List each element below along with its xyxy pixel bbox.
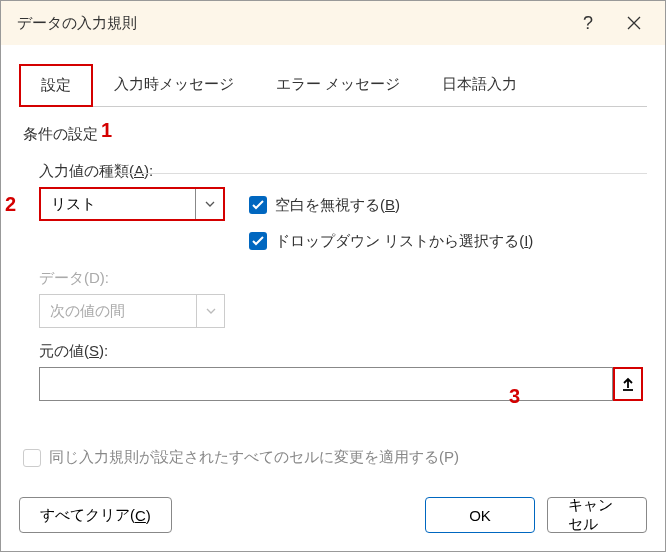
tab-bar: 設定 入力時メッセージ エラー メッセージ 日本語入力 xyxy=(19,63,647,107)
checkbox-checked-icon xyxy=(249,196,267,214)
tab-error-alert[interactable]: エラー メッセージ xyxy=(255,64,421,107)
source-input[interactable] xyxy=(39,367,613,401)
dialog-title: データの入力規則 xyxy=(17,14,565,33)
allow-select[interactable]: リスト xyxy=(39,187,225,221)
range-picker-button[interactable] xyxy=(613,367,643,401)
annotation-2: 2 xyxy=(5,193,16,216)
apply-all-checkbox: 同じ入力規則が設定されたすべてのセルに変更を適用する(P) xyxy=(19,448,647,483)
data-select: 次の値の間 xyxy=(39,294,225,328)
form-area: 入力値の種類(A): 2 リスト 空白を無視する(B) xyxy=(19,152,647,411)
cancel-button[interactable]: キャンセル xyxy=(547,497,647,533)
checkbox-checked-icon xyxy=(249,232,267,250)
data-validation-dialog: データの入力規則 ? 設定 入力時メッセージ エラー メッセージ 日本語入力 1… xyxy=(0,0,666,552)
help-button[interactable]: ? xyxy=(565,5,611,41)
data-select-value: 次の値の間 xyxy=(40,302,196,321)
dialog-content: 設定 入力時メッセージ エラー メッセージ 日本語入力 1 条件の設定 入力値の… xyxy=(1,45,665,483)
source-label: 元の値(S): xyxy=(39,342,643,361)
allow-label: 入力値の種類(A): xyxy=(39,162,643,181)
allow-select-value: リスト xyxy=(41,195,195,214)
titlebar: データの入力規則 ? xyxy=(1,1,665,45)
chevron-down-icon xyxy=(196,295,224,327)
fieldset-divider xyxy=(119,173,647,174)
clear-all-button[interactable]: すべてクリア(C) xyxy=(19,497,172,533)
tab-input-message[interactable]: 入力時メッセージ xyxy=(93,64,255,107)
checkbox-unchecked-icon xyxy=(23,449,41,467)
data-label: データ(D): xyxy=(39,269,643,288)
range-picker-icon xyxy=(621,376,635,392)
ignore-blank-checkbox[interactable]: 空白を無視する(B) xyxy=(249,191,533,219)
dialog-footer: すべてクリア(C) OK キャンセル xyxy=(1,483,665,551)
chevron-down-icon xyxy=(195,189,223,219)
ok-button[interactable]: OK xyxy=(425,497,535,533)
ignore-blank-label: 空白を無視する(B) xyxy=(275,196,400,215)
in-cell-dropdown-checkbox[interactable]: ドロップダウン リストから選択する(I) xyxy=(249,227,533,255)
criteria-legend: 条件の設定 xyxy=(23,125,647,144)
close-icon xyxy=(627,16,641,30)
in-cell-dropdown-label: ドロップダウン リストから選択する(I) xyxy=(275,232,533,251)
tab-ime[interactable]: 日本語入力 xyxy=(421,64,538,107)
tab-settings[interactable]: 設定 xyxy=(19,64,93,107)
apply-all-label: 同じ入力規則が設定されたすべてのセルに変更を適用する(P) xyxy=(49,448,459,467)
close-button[interactable] xyxy=(611,5,657,41)
